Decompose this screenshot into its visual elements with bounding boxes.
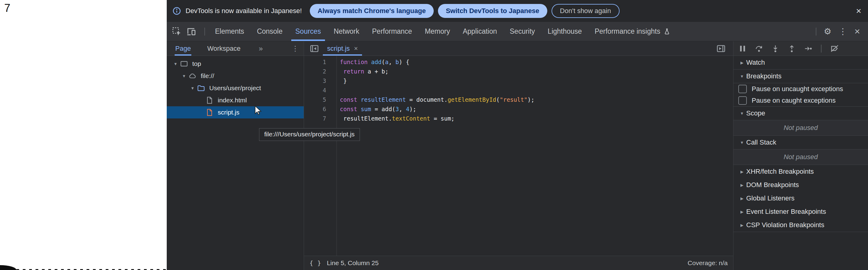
section-header-call-stack[interactable]: ▼Call Stack — [734, 136, 868, 149]
code-token: const — [340, 96, 357, 103]
tab-performance[interactable]: Performance — [366, 22, 418, 41]
tree-item-label: file:// — [201, 72, 214, 80]
step-into-icon[interactable] — [771, 44, 780, 53]
section-header-label: DOM Breakpoints — [746, 181, 799, 189]
tab-memory[interactable]: Memory — [418, 22, 457, 41]
code-token: const — [340, 106, 357, 112]
tree-item-users-user-project[interactable]: ▼Users/user/project — [167, 82, 304, 94]
tree-item-file-[interactable]: ▼file:// — [167, 70, 304, 82]
tab-lighthouse[interactable]: Lighthouse — [541, 22, 588, 41]
section-header-dom-breakpoints[interactable]: ▶DOM Breakpoints — [734, 178, 868, 192]
tab-label: Network — [334, 27, 359, 35]
editor-status-bar: { } Line 5, Column 25 Coverage: n/a — [304, 256, 733, 270]
checkbox-label: Pause on caught exceptions — [752, 97, 836, 104]
inspect-element-icon[interactable] — [172, 26, 182, 37]
section-header-label: Watch — [746, 59, 765, 66]
tab-performance-insights[interactable]: Performance insights — [588, 22, 677, 41]
tab-label: Security — [509, 27, 535, 35]
code-lines: function add(a, b) { return a + b; }cons… — [337, 56, 733, 256]
checkbox-pause-on-uncaught-exceptions[interactable]: Pause on uncaught exceptions — [734, 83, 868, 95]
page-background: 7 DevTools is now available in Japanese!… — [0, 0, 868, 270]
tree-item-script.js[interactable]: script.js — [167, 106, 304, 118]
tab-application[interactable]: Application — [457, 22, 503, 41]
code-token: = add( — [371, 106, 396, 112]
section-header-label: Global Listeners — [746, 194, 795, 202]
infobar-close-icon[interactable]: × — [849, 6, 868, 16]
chevron-down-icon: ▼ — [738, 74, 746, 79]
pause-icon[interactable] — [738, 44, 747, 53]
checkbox-box[interactable] — [738, 85, 747, 93]
navigator-tab-workspace[interactable]: Workspace — [207, 41, 241, 56]
editor-tab-scriptjs[interactable]: script.js × — [322, 41, 363, 56]
tab-label: Memory — [425, 27, 450, 35]
code-token: a + b; — [364, 68, 389, 75]
switch-devtools-japanese-button[interactable]: Switch DevTools to Japanese — [438, 4, 547, 18]
line-number: 2 — [304, 67, 337, 76]
tab-label: Elements — [215, 27, 244, 35]
code-line: const sum = add(3, 4); — [340, 104, 733, 114]
code-token — [340, 68, 343, 75]
always-match-language-button[interactable]: Always match Chrome's language — [310, 4, 434, 18]
section-header-event-listener-breakpoints[interactable]: ▶Event Listener Breakpoints — [734, 205, 868, 218]
editor-tab-underline — [323, 54, 362, 56]
gear-icon[interactable]: ⚙ — [820, 26, 835, 36]
toolbar-separator — [816, 28, 816, 35]
code-token: = sum; — [430, 115, 454, 122]
chevron-down-icon[interactable]: ▼ — [172, 62, 180, 66]
tab-underline — [291, 39, 325, 41]
tree-item-index.html[interactable]: index.html — [167, 94, 304, 106]
section-header-scope[interactable]: ▼Scope — [734, 107, 868, 120]
section-header-breakpoints[interactable]: ▼Breakpoints — [734, 69, 868, 83]
file-icon — [205, 96, 214, 104]
chevron-down-icon[interactable]: ▼ — [180, 74, 188, 78]
step-icon[interactable] — [804, 44, 812, 53]
code-token: ); — [528, 96, 534, 103]
navigator-tab-page[interactable]: Page — [175, 41, 191, 56]
kebab-menu-icon[interactable]: ⋮ — [835, 26, 851, 36]
code-token: = document. — [406, 96, 447, 103]
frame-icon — [180, 60, 189, 68]
close-devtools-icon[interactable]: × — [851, 26, 864, 37]
tab-console[interactable]: Console — [251, 22, 289, 41]
deactivate-breakpoints-icon[interactable] — [830, 44, 839, 53]
code-token: , — [389, 59, 396, 65]
code-token: resultElement. — [340, 115, 392, 122]
more-tabs-icon[interactable]: » — [256, 44, 265, 53]
section-header-label: Scope — [746, 109, 765, 117]
code-editor[interactable]: 1234567 function add(a, b) { return a + … — [304, 56, 733, 256]
tab-label: Performance insights — [595, 27, 660, 35]
code-token: ); — [409, 106, 416, 112]
section-header-global-listeners[interactable]: ▶Global Listeners — [734, 192, 868, 205]
checkbox-pause-on-caught-exceptions[interactable]: Pause on caught exceptions — [734, 95, 868, 107]
step-over-icon[interactable] — [755, 44, 763, 53]
dont-show-again-button[interactable]: Don't show again — [552, 4, 620, 18]
hide-debugger-icon[interactable] — [716, 44, 726, 54]
tree-item-label: top — [192, 60, 201, 67]
tree-item-top[interactable]: ▼top — [167, 58, 304, 70]
step-out-icon[interactable] — [787, 44, 796, 53]
section-header-label: Event Listener Breakpoints — [746, 208, 826, 216]
editor-tab-close-icon[interactable]: × — [354, 44, 358, 53]
hide-navigator-icon[interactable] — [309, 44, 319, 54]
tab-elements[interactable]: Elements — [209, 22, 251, 41]
chevron-right-icon: ▶ — [738, 170, 746, 174]
tab-network[interactable]: Network — [328, 22, 366, 41]
section-header-xhr-fetch-breakpoints[interactable]: ▶XHR/fetch Breakpoints — [734, 165, 868, 178]
tabbar-spacer — [677, 22, 812, 41]
device-toolbar-icon[interactable] — [186, 26, 196, 37]
section-header-csp-violation-breakpoints[interactable]: ▶CSP Violation Breakpoints — [734, 218, 868, 232]
navigator-kebab-menu-icon[interactable]: ⋮ — [289, 44, 304, 53]
tabbar-right-icons: ⚙ ⋮ × — [812, 22, 868, 41]
folder-icon — [196, 84, 206, 92]
pretty-print-icon[interactable]: { } — [309, 259, 321, 267]
code-line: resultElement.textContent = sum; — [340, 114, 733, 123]
coverage-label: Coverage: n/a — [688, 259, 728, 267]
chevron-down-icon[interactable]: ▼ — [189, 86, 196, 91]
navigator-tabs: PageWorkspace — [175, 41, 256, 56]
section-header-watch[interactable]: ▶Watch — [734, 56, 868, 69]
tab-sources[interactable]: Sources — [289, 22, 327, 41]
checkbox-box[interactable] — [738, 96, 747, 105]
tab-security[interactable]: Security — [503, 22, 541, 41]
chevron-down-icon: ▼ — [738, 140, 746, 145]
code-token: } — [340, 78, 347, 84]
